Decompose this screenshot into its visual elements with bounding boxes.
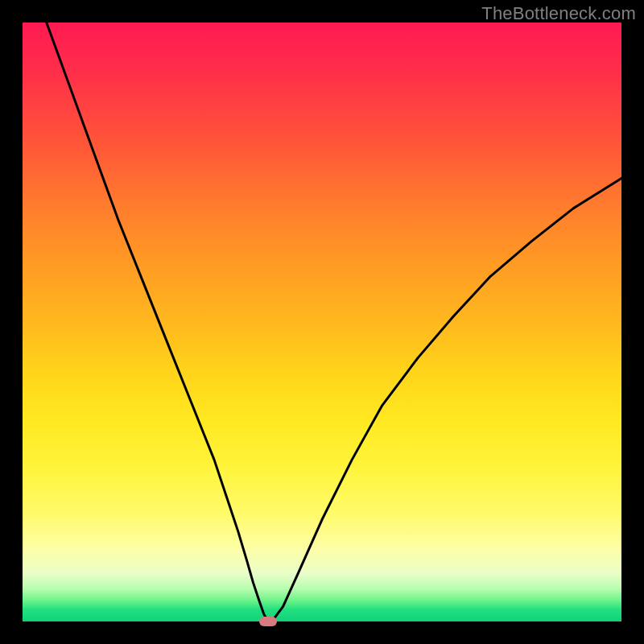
bottleneck-marker <box>259 617 277 626</box>
bottleneck-curve <box>23 23 621 621</box>
watermark-text: TheBottleneck.com <box>481 3 636 24</box>
chart-frame: TheBottleneck.com <box>0 0 644 644</box>
plot-area <box>23 23 621 621</box>
